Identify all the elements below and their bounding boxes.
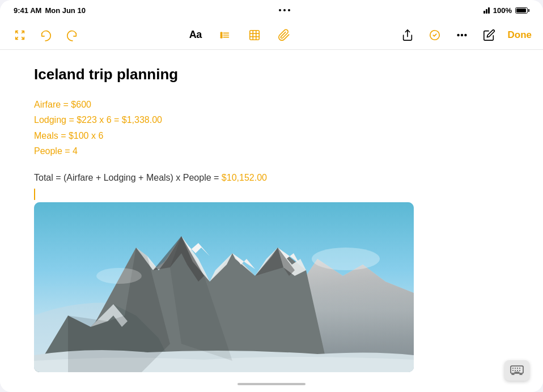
more-button[interactable]: [453, 27, 470, 44]
edit-icon: [483, 29, 495, 41]
lodging-formula: = $223 x 6 =: [66, 115, 119, 125]
mountain-svg: [34, 202, 414, 372]
dot2: [283, 9, 286, 11]
meals-label: Meals: [34, 131, 58, 140]
toolbar-center: Aa: [80, 27, 399, 44]
svg-point-2: [220, 36, 222, 38]
list-icon: [219, 29, 231, 41]
lodging-result: $1,338.00: [119, 115, 162, 125]
note-image: [34, 202, 414, 372]
formula-line-airfare: Airfare = $600: [34, 97, 509, 112]
list-button[interactable]: [217, 27, 234, 44]
more-icon: [456, 29, 468, 41]
status-bar-center: [279, 9, 290, 11]
share-icon: [401, 29, 414, 41]
keyboard-icon: [510, 365, 524, 376]
format-label: Aa: [189, 29, 202, 41]
lodging-label: Lodging: [34, 115, 66, 125]
people-label: People: [34, 146, 62, 156]
airfare-label: Airfare: [34, 100, 61, 109]
note-content[interactable]: Iceland trip planning Airfare = $600 Lod…: [0, 50, 543, 392]
markup-button[interactable]: [426, 27, 443, 44]
svg-rect-6: [250, 30, 260, 40]
mountain-scene: [34, 202, 414, 372]
text-cursor: [34, 189, 35, 200]
status-bar: 9:41 AM Mon Jun 10 100%: [0, 0, 543, 20]
wifi-icon: [483, 7, 490, 14]
table-button[interactable]: [246, 27, 263, 44]
total-result: $10,152.00: [219, 173, 267, 182]
toolbar: Aa: [0, 20, 543, 50]
toolbar-left: [11, 27, 80, 44]
formula-lines: Airfare = $600 Lodging = $223 x 6 = $1,3…: [34, 97, 509, 159]
share-button[interactable]: [399, 27, 416, 44]
battery-percent: 100%: [493, 6, 512, 15]
people-formula: = 4: [62, 146, 78, 156]
undo-icon: [40, 29, 52, 41]
formula-line-people: People = 4: [34, 143, 509, 159]
edit-button[interactable]: [481, 27, 498, 44]
paperclip-icon: [278, 29, 290, 41]
total-prefix: Total = (Airfare + Lodging + Meals) x Pe…: [34, 173, 219, 182]
collapse-button[interactable]: [11, 27, 28, 44]
time: 9:41 AM: [14, 6, 41, 15]
redo-icon: [66, 29, 78, 41]
battery-icon: [515, 7, 529, 14]
svg-point-15: [465, 34, 466, 36]
attach-button[interactable]: [275, 27, 292, 44]
date: Mon Jun 10: [45, 6, 86, 15]
airfare-formula: = $600: [61, 100, 91, 109]
done-button[interactable]: Done: [508, 29, 532, 41]
dot1: [279, 9, 281, 11]
text-format-button[interactable]: Aa: [187, 27, 204, 43]
scroll-indicator: [237, 383, 306, 385]
table-icon: [248, 29, 261, 41]
formula-line-lodging: Lodging = $223 x 6 = $1,338.00: [34, 112, 509, 127]
collapse-icon: [14, 29, 26, 41]
undo-button[interactable]: [37, 27, 54, 44]
meals-formula: = $100 x 6: [58, 131, 104, 140]
status-bar-right: 100%: [483, 6, 529, 15]
toolbar-right: Done: [399, 27, 532, 44]
status-bar-left: 9:41 AM Mon Jun 10: [14, 6, 86, 15]
svg-point-0: [220, 32, 222, 33]
svg-point-14: [461, 34, 463, 36]
formula-line-meals: Meals = $100 x 6: [34, 128, 509, 143]
svg-point-17: [312, 248, 380, 270]
redo-button[interactable]: [63, 27, 80, 44]
svg-point-13: [457, 34, 459, 36]
dot3: [288, 9, 290, 11]
note-title: Iceland trip planning: [34, 66, 509, 83]
svg-point-18: [96, 268, 142, 284]
markup-icon: [429, 29, 441, 41]
svg-point-1: [220, 34, 222, 36]
total-line: Total = (Airfare + Lodging + Meals) x Pe…: [34, 170, 509, 185]
ipad-frame: 9:41 AM Mon Jun 10 100%: [0, 0, 543, 392]
keyboard-toggle-button[interactable]: [504, 360, 529, 381]
